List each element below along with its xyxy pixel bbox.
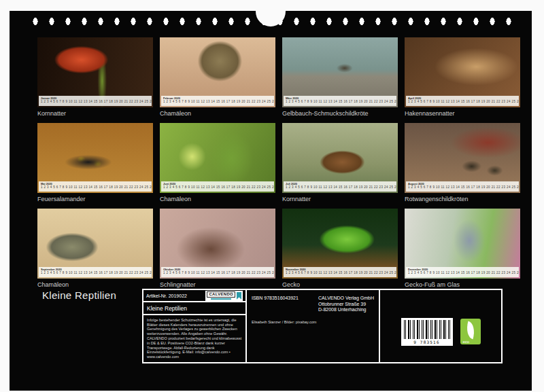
leaf-icon bbox=[463, 321, 477, 340]
thumbnail-card: November 2020 1 2 3 4 5 6 7 8 9 10 11 12… bbox=[282, 209, 398, 288]
thumbnail-caption: Chamäleon bbox=[160, 196, 275, 202]
calvendo-logo: CALVENDO bbox=[205, 291, 243, 301]
thumbnail-photo: Januar 2020 1 2 3 4 5 6 7 8 9 10 11 12 1… bbox=[37, 37, 153, 107]
thumbnail-caption: Kornnatter bbox=[282, 196, 398, 202]
product-info-box: Artikel-Nr. 2019022 CALVENDO Kleine Rept… bbox=[142, 289, 503, 363]
info-left-column: Artikel-Nr. 2019022 CALVENDO Kleine Rept… bbox=[143, 290, 247, 362]
calendar-strip: Dezember 2020 1 2 3 4 5 6 7 8 9 10 11 12… bbox=[406, 267, 519, 277]
eco-label: eco bbox=[463, 340, 470, 344]
thumbnail-photo: September 2020 1 2 3 4 5 6 7 8 9 10 11 1… bbox=[37, 209, 153, 279]
days-row: 1 2 3 4 5 6 7 8 9 10 11 12 13 14 15 16 1… bbox=[161, 185, 274, 190]
thumbnail-caption: Chamäleon bbox=[160, 110, 275, 117]
calendar-strip: Mai 2020 1 2 3 4 5 6 7 8 9 10 11 12 13 1… bbox=[39, 181, 152, 192]
calendar-sheet: Januar 2020 1 2 3 4 5 6 7 8 9 10 11 12 1… bbox=[10, 11, 532, 391]
days-row: 1 2 3 4 5 6 7 8 9 10 11 12 13 14 15 16 1… bbox=[406, 100, 519, 104]
calendar-strip: September 2020 1 2 3 4 5 6 7 8 9 10 11 1… bbox=[39, 267, 152, 277]
publisher-address: CALVENDO Verlag GmbH Ottobrunner Straße … bbox=[318, 296, 374, 313]
thumbnail-card: April 2020 1 2 3 4 5 6 7 8 9 10 11 12 13… bbox=[405, 37, 520, 117]
days-row: 1 2 3 4 5 6 7 8 9 10 11 12 13 14 15 16 1… bbox=[284, 100, 396, 104]
legal-text: Infolge bestehender Schutzrechte ist es … bbox=[143, 315, 245, 362]
thumbnail-card: Dezember 2020 1 2 3 4 5 6 7 8 9 10 11 12… bbox=[405, 209, 520, 288]
calendar-strip: Oktober 2020 1 2 3 4 5 6 7 8 9 10 11 12 … bbox=[161, 267, 274, 277]
thumbnail-card: Oktober 2020 1 2 3 4 5 6 7 8 9 10 11 12 … bbox=[160, 209, 275, 288]
thumbnail-card: August 2020 1 2 3 4 5 6 7 8 9 10 11 12 1… bbox=[405, 123, 520, 202]
calvendo-logo-text: CALVENDO bbox=[207, 291, 235, 298]
barcode-bars bbox=[404, 320, 450, 339]
days-row: 1 2 3 4 5 6 7 8 9 10 11 12 13 14 15 16 1… bbox=[406, 271, 519, 275]
month-thumbnail-grid: Januar 2020 1 2 3 4 5 6 7 8 9 10 11 12 1… bbox=[37, 37, 520, 288]
calendar-strip: August 2020 1 2 3 4 5 6 7 8 9 10 11 12 1… bbox=[406, 181, 519, 192]
author-credit: Elisabeth Stanzer / Bilder: pixabay.com bbox=[252, 320, 374, 324]
calendar-strip: Januar 2020 1 2 3 4 5 6 7 8 9 10 11 12 1… bbox=[39, 96, 152, 106]
barcode: 9 783516 043921 bbox=[401, 318, 453, 346]
days-row: 1 2 3 4 5 6 7 8 9 10 11 12 13 14 15 16 1… bbox=[39, 100, 152, 104]
thumbnail-caption: Hakennasennatter bbox=[405, 110, 520, 117]
thumbnail-card: September 2020 1 2 3 4 5 6 7 8 9 10 11 1… bbox=[37, 209, 153, 288]
thumbnail-card: Juli 2020 1 2 3 4 5 6 7 8 9 10 11 12 13 … bbox=[282, 123, 398, 202]
thumbnail-photo: Oktober 2020 1 2 3 4 5 6 7 8 9 10 11 12 … bbox=[160, 209, 275, 279]
thumbnail-caption: Kornnatter bbox=[37, 110, 153, 117]
thumbnail-caption: Gecko bbox=[282, 281, 398, 288]
thumbnail-card: Januar 2020 1 2 3 4 5 6 7 8 9 10 11 12 1… bbox=[37, 37, 153, 117]
publisher-street: Ottobrunner Straße 39 bbox=[318, 302, 374, 308]
calendar-strip: November 2020 1 2 3 4 5 6 7 8 9 10 11 12… bbox=[284, 267, 396, 277]
thumbnail-photo: April 2020 1 2 3 4 5 6 7 8 9 10 11 12 13… bbox=[405, 37, 520, 107]
thumbnail-caption: Feuersalamander bbox=[37, 196, 153, 202]
barcode-digits: 9 783516 043921 bbox=[404, 339, 450, 351]
thumbnail-card: Juni 2020 1 2 3 4 5 6 7 8 9 10 11 12 13 … bbox=[160, 123, 275, 202]
thumbnail-photo: Dezember 2020 1 2 3 4 5 6 7 8 9 10 11 12… bbox=[405, 209, 520, 279]
thumbnail-photo: Juli 2020 1 2 3 4 5 6 7 8 9 10 11 12 13 … bbox=[282, 123, 398, 193]
article-row: Artikel-Nr. 2019022 CALVENDO bbox=[143, 290, 245, 302]
days-row: 1 2 3 4 5 6 7 8 9 10 11 12 13 14 15 16 1… bbox=[161, 100, 274, 104]
thumbnail-photo: August 2020 1 2 3 4 5 6 7 8 9 10 11 12 1… bbox=[405, 123, 520, 193]
article-number: Artikel-Nr. 2019022 bbox=[146, 293, 187, 298]
thumbnail-caption: Schlingnatter bbox=[160, 281, 275, 288]
days-row: 1 2 3 4 5 6 7 8 9 10 11 12 13 14 15 16 1… bbox=[406, 185, 519, 190]
thumbnail-card: März 2020 1 2 3 4 5 6 7 8 9 10 11 12 13 … bbox=[282, 37, 398, 117]
info-right-column: 9 783516 043921 eco bbox=[380, 290, 501, 362]
thumbnail-photo: März 2020 1 2 3 4 5 6 7 8 9 10 11 12 13 … bbox=[282, 37, 398, 107]
thumbnail-photo: Mai 2020 1 2 3 4 5 6 7 8 9 10 11 12 13 1… bbox=[37, 123, 153, 193]
calvendo-logo-wordmark: CALVENDO bbox=[207, 291, 235, 300]
calendar-strip: April 2020 1 2 3 4 5 6 7 8 9 10 11 12 13… bbox=[406, 96, 519, 106]
thumbnail-caption: Rotwangenschildkröten bbox=[405, 196, 520, 202]
calendar-back-cover: Januar 2020 1 2 3 4 5 6 7 8 9 10 11 12 1… bbox=[0, 0, 544, 392]
publisher-name: CALVENDO Verlag GmbH bbox=[318, 296, 374, 302]
thumbnail-caption: Gecko-Fuß am Glas bbox=[405, 281, 520, 288]
days-row: 1 2 3 4 5 6 7 8 9 10 11 12 13 14 15 16 1… bbox=[284, 271, 396, 275]
days-row: 1 2 3 4 5 6 7 8 9 10 11 12 13 14 15 16 1… bbox=[39, 185, 152, 190]
calvendo-logo-tagline bbox=[211, 298, 231, 300]
thumbnail-card: Mai 2020 1 2 3 4 5 6 7 8 9 10 11 12 13 1… bbox=[37, 123, 153, 202]
thumbnail-photo: November 2020 1 2 3 4 5 6 7 8 9 10 11 12… bbox=[282, 209, 398, 279]
calendar-strip: Juni 2020 1 2 3 4 5 6 7 8 9 10 11 12 13 … bbox=[161, 181, 274, 192]
days-row: 1 2 3 4 5 6 7 8 9 10 11 12 13 14 15 16 1… bbox=[161, 271, 274, 275]
isbn-publisher-row: ISBN 9783516043921 CALVENDO Verlag GmbH … bbox=[252, 296, 374, 313]
calendar-strip: März 2020 1 2 3 4 5 6 7 8 9 10 11 12 13 … bbox=[284, 96, 396, 106]
info-middle-column: ISBN 9783516043921 CALVENDO Verlag GmbH … bbox=[247, 290, 380, 362]
product-title: Kleine Reptilien bbox=[143, 302, 245, 315]
page-title: Kleine Reptilien bbox=[42, 289, 116, 301]
thumbnail-caption: Gelbbauch-Schmuckschildkröte bbox=[282, 110, 398, 117]
thumbnail-photo: Juni 2020 1 2 3 4 5 6 7 8 9 10 11 12 13 … bbox=[160, 123, 275, 193]
thumbnail-photo: Februar 2020 1 2 3 4 5 6 7 8 9 10 11 12 … bbox=[160, 37, 275, 107]
calendar-strip: Februar 2020 1 2 3 4 5 6 7 8 9 10 11 12 … bbox=[161, 96, 274, 106]
days-row: 1 2 3 4 5 6 7 8 9 10 11 12 13 14 15 16 1… bbox=[284, 185, 396, 190]
calvendo-pennant-icon bbox=[237, 292, 241, 300]
eco-badge: eco bbox=[460, 319, 481, 344]
thumbnail-card: Februar 2020 1 2 3 4 5 6 7 8 9 10 11 12 … bbox=[160, 37, 275, 117]
days-row: 1 2 3 4 5 6 7 8 9 10 11 12 13 14 15 16 1… bbox=[39, 271, 152, 275]
calendar-strip: Juli 2020 1 2 3 4 5 6 7 8 9 10 11 12 13 … bbox=[284, 181, 396, 192]
publisher-city: D-82008 Unterhaching bbox=[318, 307, 374, 313]
thumbnail-caption: Chamäleon bbox=[37, 281, 153, 288]
isbn-number: ISBN 9783516043921 bbox=[252, 296, 299, 313]
